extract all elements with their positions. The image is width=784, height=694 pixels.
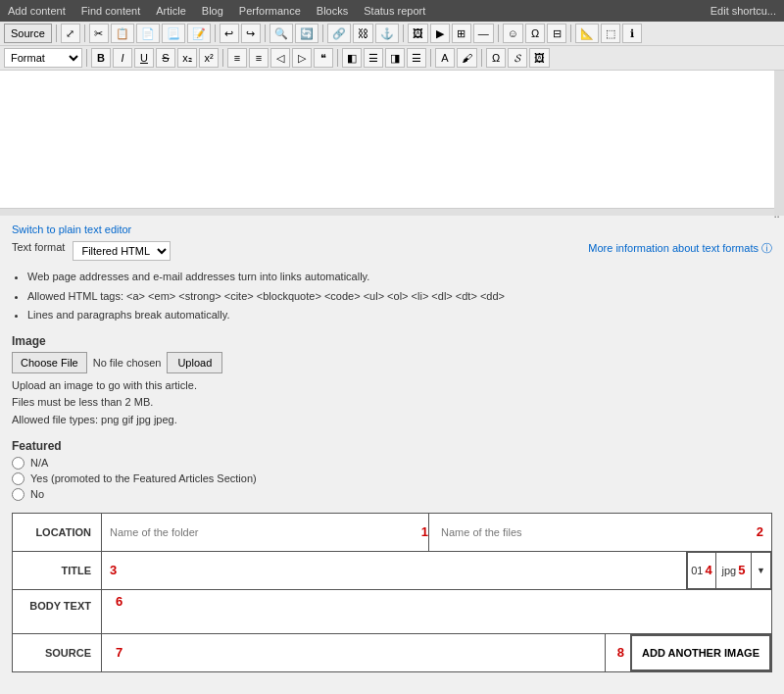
align-center[interactable]: ☰: [364, 48, 383, 68]
format-note-1: Web page addresses and e-mail addresses …: [27, 269, 772, 286]
text-format-row: Text format Filtered HTML More informati…: [12, 241, 772, 261]
format-note-3: Lines and paragraphs break automatically…: [27, 307, 772, 324]
format-select[interactable]: Format: [4, 48, 82, 68]
align-right[interactable]: ◨: [385, 48, 405, 68]
superscript-button[interactable]: x²: [199, 48, 219, 68]
tb-cut[interactable]: ✂: [89, 24, 109, 43]
tb-flash[interactable]: ▶: [430, 24, 450, 43]
tb-hline[interactable]: —: [473, 24, 494, 43]
toolbar-separator-9: [86, 49, 87, 67]
outdent-button[interactable]: ◁: [270, 48, 290, 68]
title-row: TITLE 3 01 4 jpg 5 ▼: [13, 552, 771, 590]
bg-color[interactable]: 🖌: [457, 48, 477, 68]
tb-image[interactable]: 🖼: [408, 24, 428, 43]
tb-unlink[interactable]: ⛓: [353, 24, 373, 43]
text-format-select[interactable]: Filtered HTML: [73, 241, 171, 261]
radio-no[interactable]: [12, 488, 24, 501]
tb-redo[interactable]: ↪: [241, 24, 261, 43]
choose-file-button[interactable]: Choose File: [12, 352, 87, 373]
toolbar-separator-13: [481, 49, 482, 67]
upload-note-2: Files must be less than 2 MB.: [12, 394, 772, 412]
text-format-label: Text format: [12, 241, 65, 253]
tb-smiley[interactable]: ☺: [503, 24, 523, 43]
title-input[interactable]: [121, 553, 686, 588]
tb-replace[interactable]: 🔄: [295, 24, 318, 43]
radio-na-label: N/A: [30, 457, 48, 469]
tb-undo[interactable]: ↩: [220, 24, 239, 43]
ext-box: jpg 5: [716, 552, 752, 589]
tb-link[interactable]: 🔗: [327, 24, 351, 43]
add-another-image-button[interactable]: ADD ANOTHER IMAGE: [630, 634, 771, 671]
tb-paste-word[interactable]: 📝: [187, 24, 211, 43]
tb-maximize[interactable]: ⤢: [61, 24, 80, 43]
radio-yes-label: Yes (promoted to the Featured Articles S…: [30, 472, 257, 484]
toolbar-separator-3: [215, 25, 216, 42]
upload-notes: Upload an image to go with this article.…: [12, 377, 772, 429]
radio-yes[interactable]: [12, 472, 24, 485]
body-text-row: BODY TEXT 6: [13, 590, 771, 634]
menu-status-report[interactable]: Status report: [364, 2, 425, 20]
align-left[interactable]: ◧: [342, 48, 362, 68]
italic-button[interactable]: I: [113, 48, 132, 68]
tb-show-blocks[interactable]: ⬚: [601, 24, 620, 43]
location-table: LOCATION 1 2 TITLE 3 01 4 jpg 5: [12, 513, 772, 672]
folder-input[interactable]: [102, 515, 416, 550]
indent-button[interactable]: ▷: [292, 48, 312, 68]
underline-button[interactable]: U: [134, 48, 154, 68]
img-toolbar[interactable]: 🖼: [529, 48, 550, 68]
strike-button[interactable]: S: [156, 48, 175, 68]
list-unordered[interactable]: ≡: [227, 48, 247, 68]
editor-container: Source ⤢ ✂ 📋 📄 📃 📝 ↩ ↪ 🔍 🔄 🔗 ⛓ ⚓ 🖼 ▶ ⊞ —…: [0, 22, 784, 216]
tb-anchor[interactable]: ⚓: [375, 24, 399, 43]
styles[interactable]: 𝓢: [508, 48, 527, 68]
more-info-link[interactable]: More information about text formats ⓘ: [588, 241, 772, 256]
featured-label: Featured: [12, 439, 772, 453]
tb-table[interactable]: ⊞: [452, 24, 471, 43]
blockquote-button[interactable]: ❝: [314, 48, 333, 68]
editor-body[interactable]: [0, 71, 784, 208]
menu-add-content[interactable]: Add content: [8, 2, 66, 20]
menu-article[interactable]: Article: [156, 2, 186, 20]
top-menu-bar: Add content Find content Article Blog Pe…: [0, 0, 784, 22]
num-box: 01 4: [687, 552, 716, 589]
menu-blog[interactable]: Blog: [202, 2, 223, 20]
align-justify[interactable]: ☰: [407, 48, 426, 68]
special-char-2[interactable]: Ω: [486, 48, 506, 68]
menu-performance[interactable]: Performance: [239, 2, 301, 20]
tb-special-char[interactable]: Ω: [525, 24, 545, 43]
tb-paste-text[interactable]: 📃: [162, 24, 185, 43]
upload-note-1: Upload an image to go with this article.: [12, 377, 772, 395]
tb-find[interactable]: 🔍: [270, 24, 293, 43]
bold-button[interactable]: B: [91, 48, 111, 68]
dropdown-arrow-box[interactable]: ▼: [752, 552, 771, 589]
tb-about[interactable]: ℹ: [622, 24, 642, 43]
ext-value: jpg: [722, 565, 737, 576]
image-upload-row: Choose File No file chosen Upload: [12, 352, 772, 373]
upload-button[interactable]: Upload: [167, 352, 222, 373]
menu-find-content[interactable]: Find content: [81, 2, 141, 20]
tb-copy[interactable]: 📋: [111, 24, 134, 43]
radio-na[interactable]: [12, 457, 24, 470]
source-input[interactable]: [122, 635, 597, 670]
toolbar-separator-2: [84, 25, 85, 42]
files-input[interactable]: [437, 515, 751, 550]
body-text-num: 6: [116, 594, 122, 609]
subscript-button[interactable]: x₂: [177, 48, 197, 68]
tb-templates[interactable]: 📐: [575, 24, 599, 43]
tb-paste[interactable]: 📄: [136, 24, 160, 43]
radio-no-label: No: [30, 488, 44, 500]
editor-scrollbar[interactable]: [774, 71, 784, 216]
ext-num: 5: [738, 563, 745, 577]
tb-page-break[interactable]: ⊟: [547, 24, 566, 43]
source-button[interactable]: Source: [4, 24, 52, 43]
toolbar-row-2: Format B I U S x₂ x² ≡ ≡ ◁ ▷ ❝ ◧ ☰ ◨ ☰ A…: [0, 46, 784, 71]
list-ordered[interactable]: ≡: [249, 48, 269, 68]
edit-shortcut: Edit shortcu...: [710, 5, 776, 17]
menu-blocks[interactable]: Blocks: [317, 2, 348, 20]
switch-to-plain-text-link[interactable]: Switch to plain text editor: [12, 223, 772, 235]
image-section-label: Image: [12, 334, 772, 348]
body-text-input[interactable]: [122, 594, 763, 629]
toolbar-separator-4: [265, 25, 266, 42]
text-color[interactable]: A: [435, 48, 455, 68]
editor-resize-handle[interactable]: ⣿: [0, 208, 784, 216]
